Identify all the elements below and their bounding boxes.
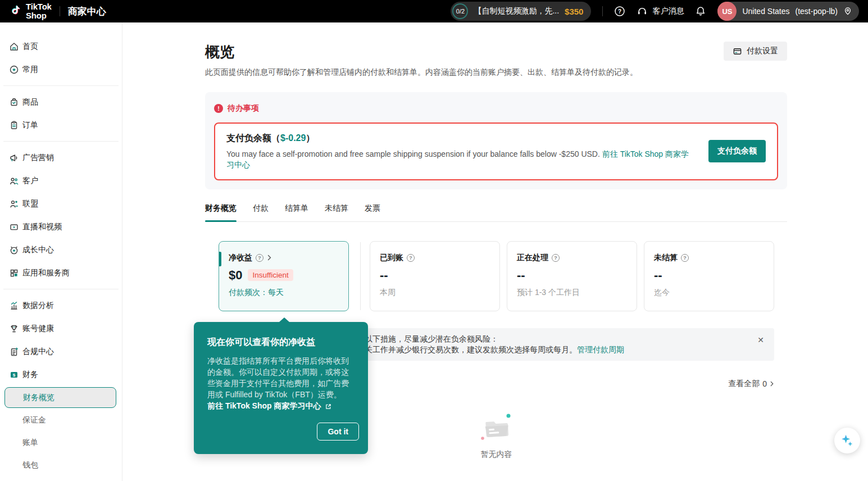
svg-text:$: $ — [13, 372, 16, 377]
promo-banner[interactable]: 0/2 【自制短视频激励，先... $350 — [451, 2, 591, 21]
tab-payments[interactable]: 付款 — [253, 203, 269, 221]
tab-finance-overview[interactable]: 财务概览 — [205, 203, 237, 221]
empty-text: 暂无内容 — [481, 450, 512, 460]
tiktok-note-icon — [9, 4, 21, 19]
sidebar-item-label: 合规中心 — [22, 347, 54, 357]
page-description: 此页面提供的信息可帮助你了解和管理店铺内的付款和结算单。内容涵盖你的当前账户摘要… — [205, 67, 787, 78]
payment-card-icon — [733, 47, 742, 56]
sidebar-item-affiliate[interactable]: 联盟 — [0, 192, 122, 215]
help-icon: ? — [614, 6, 625, 17]
payment-settings-button[interactable]: 付款设置 — [724, 42, 787, 61]
card-value: -- — [654, 268, 662, 283]
sidebar-subitem-label: 钱包 — [22, 460, 38, 470]
card-footer: 预计 1-3 个工作日 — [517, 288, 627, 298]
customers-icon — [9, 176, 19, 186]
home-icon — [9, 42, 19, 52]
megaphone-icon — [9, 153, 19, 163]
sidebar-item-finance[interactable]: $ 财务 — [0, 363, 122, 386]
tooltip-arrow — [279, 317, 289, 322]
insufficient-badge: Insufficient — [248, 269, 293, 281]
sidebar-item-label: 直播和视频 — [22, 222, 62, 232]
account-region: United States — [742, 7, 789, 16]
tab-invoices[interactable]: 发票 — [365, 203, 380, 221]
sidebar-divider — [3, 141, 119, 142]
assistant-fab[interactable] — [834, 428, 860, 453]
sidebar-item-growth-center[interactable]: 成长中心 — [0, 238, 122, 261]
processing-card: 正在处理 ? -- 预计 1-3 个工作日 — [507, 241, 637, 311]
sidebar-item-home[interactable]: 首页 — [0, 35, 122, 58]
customer-messages-button[interactable]: 客户消息 — [637, 6, 684, 17]
top-header: TikTok Shop 商家中心 0/2 【自制短视频激励，先... $350 … — [0, 0, 868, 22]
manage-payment-cycle-link[interactable]: 管理付款周期 — [577, 345, 624, 354]
bell-icon — [695, 6, 706, 17]
growth-center-icon — [9, 245, 19, 255]
headset-icon — [637, 6, 648, 17]
cards-divider — [360, 242, 361, 310]
got-it-button[interactable]: Got it — [317, 423, 359, 441]
page-title: 概览 — [205, 42, 787, 62]
sidebar-item-customers[interactable]: 客户 — [0, 169, 122, 192]
tooltip-academy-link[interactable]: 前往 TikTok Shop 商家学习中心 — [207, 401, 355, 411]
pay-negative-balance-button[interactable]: 支付负余额 — [708, 140, 766, 162]
unsettled-card: 未结算 ? -- 迄今 — [644, 241, 774, 311]
promo-amount: $350 — [565, 7, 583, 16]
tab-unsettled[interactable]: 未结算 — [325, 203, 348, 221]
notice-line1: 采取以下措施，尽量减少潜在负余额风险： — [349, 334, 749, 344]
sidebar-item-marketing[interactable]: 广告营销 — [0, 146, 122, 169]
sidebar-item-deposit[interactable]: 保证金 — [0, 409, 122, 432]
sidebar-item-finance-overview[interactable]: 财务概览 — [4, 387, 116, 408]
sidebar-divider — [3, 289, 119, 289]
external-link-icon — [325, 403, 332, 410]
sidebar-nav: 首页 常用 商品 订单 — [0, 22, 122, 481]
promo-label: 【自制短视频激励，先... — [474, 6, 559, 16]
negative-balance-title: 支付负余额（$-0.29） — [226, 133, 695, 144]
compliance-doc-icon — [9, 347, 19, 357]
sidebar-divider — [3, 85, 119, 86]
sidebar-item-label: 订单 — [22, 120, 38, 130]
header-divider — [60, 6, 60, 16]
net-earnings-card[interactable]: 净收益 ? $0 Insufficient 付款频次：每天 — [219, 241, 349, 311]
question-icon[interactable]: ? — [407, 254, 415, 262]
sidebar-item-orders[interactable]: 订单 — [0, 114, 122, 137]
payment-settings-label: 付款设置 — [747, 46, 778, 56]
sidebar-item-analytics[interactable]: 数据分析 — [0, 294, 122, 317]
brand-text: TikTok Shop — [26, 2, 52, 20]
tooltip-title: 现在你可以查看你的净收益 — [207, 337, 355, 348]
sparkle-icon — [840, 434, 854, 447]
analytics-chart-icon — [9, 301, 19, 311]
help-button[interactable]: ? — [614, 6, 625, 17]
sidebar-item-live-video[interactable]: 直播和视频 — [0, 215, 122, 238]
tiktok-shop-logo[interactable]: TikTok Shop — [9, 2, 52, 20]
sidebar-item-account-health[interactable]: 账号健康 — [0, 317, 122, 340]
tooltip-body: 净收益是指结算所有平台费用后你将收到的金额。你可以自定义付款周期，或将这些资金用… — [207, 355, 355, 400]
card-value: -- — [517, 268, 525, 283]
tab-statements[interactable]: 结算单 — [285, 203, 308, 221]
sidebar-item-label: 首页 — [22, 42, 38, 52]
sidebar-item-compliance[interactable]: 合规中心 — [0, 340, 122, 363]
sidebar-item-label: 应用和服务商 — [22, 268, 70, 278]
notifications-button[interactable] — [695, 6, 706, 17]
question-icon[interactable]: ? — [256, 254, 263, 262]
sidebar-item-frequent[interactable]: 常用 — [0, 58, 122, 81]
sidebar-item-label: 联盟 — [22, 199, 38, 209]
card-title: 已到账 — [380, 253, 403, 263]
sidebar-item-apps-services[interactable]: 应用和服务商 — [0, 261, 122, 284]
net-earnings-tooltip: 现在你可以查看你的净收益 净收益是指结算所有平台费用后你将收到的金额。你可以自定… — [194, 322, 368, 454]
sidebar-item-label: 常用 — [22, 65, 38, 75]
stats-cards: 净收益 ? $0 Insufficient 付款频次：每天 已到账 ? — [219, 241, 774, 311]
promo-progress-badge: 0/2 — [452, 3, 468, 19]
sidebar-item-products[interactable]: 商品 — [0, 90, 122, 114]
clipboard-icon — [9, 120, 19, 130]
alert-exclamation-icon: ! — [214, 104, 223, 113]
card-title: 净收益 — [229, 253, 252, 263]
account-switcher[interactable]: US United States (test-pop-lb) — [717, 2, 859, 21]
empty-folder-icon — [480, 412, 513, 442]
sidebar-item-bills[interactable]: 账单 — [0, 432, 122, 454]
view-all-link[interactable]: 查看全部 0 — [728, 379, 774, 389]
close-icon[interactable]: ✕ — [757, 336, 764, 344]
question-icon[interactable]: ? — [681, 254, 689, 262]
finance-tabs: 财务概览 付款 结算单 未结算 发票 — [205, 203, 787, 222]
question-icon[interactable]: ? — [552, 254, 560, 262]
card-accent-bar — [219, 252, 221, 266]
sidebar-item-wallet[interactable]: 钱包 — [0, 454, 122, 477]
